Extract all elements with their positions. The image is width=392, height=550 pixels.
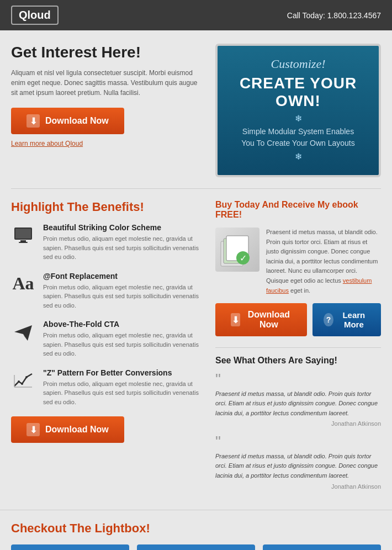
hero-left: Get Interest Here! Aliquam et nisl vel l… xyxy=(11,44,204,177)
benefits-section: Highlight The Benefits! Beautiful Striki… xyxy=(11,200,204,499)
logo: Qloud xyxy=(11,6,59,25)
phone-number: 1.800.123.4567 xyxy=(327,11,381,20)
learn-more-button[interactable]: ? Learn More xyxy=(312,303,381,336)
benefit-title-4: "Z" Pattern For Better Conversions xyxy=(43,368,204,377)
testimonial-author-2: Jonathan Atkinson xyxy=(215,483,381,490)
ebook-buttons: ⬇ Download Now ? Learn More xyxy=(215,303,381,336)
ebook-desc-text: Praesent id metus massa, ut blandit odio… xyxy=(266,229,378,284)
main-wrapper: Get Interest Here! Aliquam et nisl vel l… xyxy=(0,30,392,550)
hero-description: Aliquam et nisl vel ligula consectetuer … xyxy=(11,68,204,98)
benefit-item-4: "Z" Pattern For Better Conversions Proin… xyxy=(11,368,204,407)
lightbox-title: Checkout The Lightbox! xyxy=(11,521,381,536)
svg-text:✓: ✓ xyxy=(240,253,247,263)
benefit-text-3: Above-The-Fold CTA Proin metus odio, ali… xyxy=(43,320,204,358)
right-column: Buy Today And Receive My ebook FREE! ✓ P… xyxy=(215,200,381,499)
monitor-icon xyxy=(11,223,35,247)
benefits-title-rest: The Benefits! xyxy=(63,200,144,214)
benefit-desc-4: Proin metus odio, aliquam eget molestie … xyxy=(43,379,204,407)
svg-point-7 xyxy=(21,383,23,385)
lightbox-title-rest: The Lightbox! xyxy=(66,521,150,535)
feature-cursive: Customize! xyxy=(229,57,368,71)
benefit-item-1: Beautiful Striking Color Scheme Proin me… xyxy=(11,223,204,262)
two-col-section: Highlight The Benefits! Beautiful Striki… xyxy=(0,189,392,510)
snowflake-icon: ❄ xyxy=(229,113,368,124)
svg-rect-2 xyxy=(20,240,26,242)
lightbox-item-2[interactable]: Your Image xyxy=(137,544,255,551)
question-icon: ? xyxy=(324,313,333,326)
chart-icon xyxy=(11,368,35,393)
benefit-text-2: @Font Replacement Proin metus odio, aliq… xyxy=(43,272,204,310)
feature-title: CREATE YOUR OWN! xyxy=(229,75,368,110)
testimonials-section: See What Others Are Saying! " Praesent i… xyxy=(215,347,381,489)
svg-marker-4 xyxy=(14,325,32,341)
header-phone: Call Today: 1.800.123.4567 xyxy=(287,11,381,20)
header: Qloud Call Today: 1.800.123.4567 xyxy=(0,0,392,30)
ebook-image: ✓ xyxy=(215,228,259,272)
testimonials-title: See What Others Are Saying! xyxy=(215,347,381,366)
paper-plane-icon xyxy=(11,320,35,344)
benefits-download-label: Download Now xyxy=(45,425,109,435)
ebook-download-label: Download Now xyxy=(246,310,292,330)
svg-rect-3 xyxy=(19,242,28,243)
hero-learn-link[interactable]: Learn more about Qloud xyxy=(11,140,204,147)
benefit-text-1: Beautiful Striking Color Scheme Proin me… xyxy=(43,223,204,262)
feature-box: Customize! CREATE YOUR OWN! ❄ Simple Mod… xyxy=(215,44,381,177)
lightbox-item-1[interactable]: Your Image xyxy=(11,544,129,551)
lightbox-section: Checkout The Lightbox! Your Image Your I… xyxy=(0,510,392,551)
ebook-title: Buy Today And Receive My ebook FREE! xyxy=(215,200,381,220)
benefit-desc-1: Proin metus odio, aliquam eget molestie … xyxy=(43,234,204,262)
ebook-title-pre: Buy Today And Receive xyxy=(215,200,317,209)
quote-mark-1: " xyxy=(215,373,381,385)
lightbox-grid: Your Image Your Image Your Image xyxy=(11,544,381,551)
benefits-download-button[interactable]: ⬇ Download Now xyxy=(11,416,124,443)
testimonial-text-1: Praesent id metus massa, ut blandit odio… xyxy=(215,389,381,419)
benefit-title-3: Above-The-Fold CTA xyxy=(43,320,204,329)
benefits-title: Highlight The Benefits! xyxy=(11,200,204,214)
ebook-desc-end: eget in. xyxy=(289,287,310,294)
testimonial-author-1: Jonathan Atkinson xyxy=(215,420,381,427)
ebook-content: ✓ Praesent id metus massa, ut blandit od… xyxy=(215,228,381,295)
benefit-title-1: Beautiful Striking Color Scheme xyxy=(43,223,204,232)
snowflake-icon-2: ❄ xyxy=(229,151,368,162)
lightbox-title-highlight: Checkout xyxy=(11,521,66,535)
svg-rect-1 xyxy=(15,229,31,239)
download-icon-2: ⬇ xyxy=(27,423,40,436)
svg-point-6 xyxy=(18,380,20,383)
top-section: Get Interest Here! Aliquam et nisl vel l… xyxy=(0,30,392,188)
benefit-item-2: Aa @Font Replacement Proin metus odio, a… xyxy=(11,272,204,310)
download-icon-3: ⬇ xyxy=(231,313,240,326)
ebook-description: Praesent id metus massa, ut blandit odio… xyxy=(266,228,381,295)
quote-mark-2: " xyxy=(215,436,381,448)
feature-description: Simple Modular System EnablesYou To Crea… xyxy=(229,126,368,149)
benefit-desc-3: Proin metus odio, aliquam eget molestie … xyxy=(43,331,204,358)
benefit-desc-2: Proin metus odio, aliquam eget molestie … xyxy=(43,283,204,310)
lightbox-item-3[interactable]: Your Image xyxy=(263,544,381,551)
font-icon: Aa xyxy=(11,272,35,296)
benefit-text-4: "Z" Pattern For Better Conversions Proin… xyxy=(43,368,204,407)
testimonial-1: " Praesent id metus massa, ut blandit od… xyxy=(215,373,381,427)
benefits-title-highlight: Highlight xyxy=(11,200,63,214)
benefit-item-3: Above-The-Fold CTA Proin metus odio, ali… xyxy=(11,320,204,358)
hero-download-button[interactable]: ⬇ Download Now xyxy=(11,108,124,134)
phone-label: Call Today: xyxy=(287,11,325,20)
download-icon: ⬇ xyxy=(27,114,40,128)
testimonial-text-2: Praesent id metus massa, ut blandit odio… xyxy=(215,452,381,481)
hero-download-label: Download Now xyxy=(45,116,109,126)
ebook-download-button[interactable]: ⬇ Download Now xyxy=(215,303,307,336)
testimonial-2: " Praesent id metus massa, ut blandit od… xyxy=(215,436,381,489)
benefit-title-2: @Font Replacement xyxy=(43,272,204,281)
hero-title: Get Interest Here! xyxy=(11,44,204,61)
learn-more-label: Learn More xyxy=(338,310,370,329)
svg-point-8 xyxy=(25,376,28,378)
